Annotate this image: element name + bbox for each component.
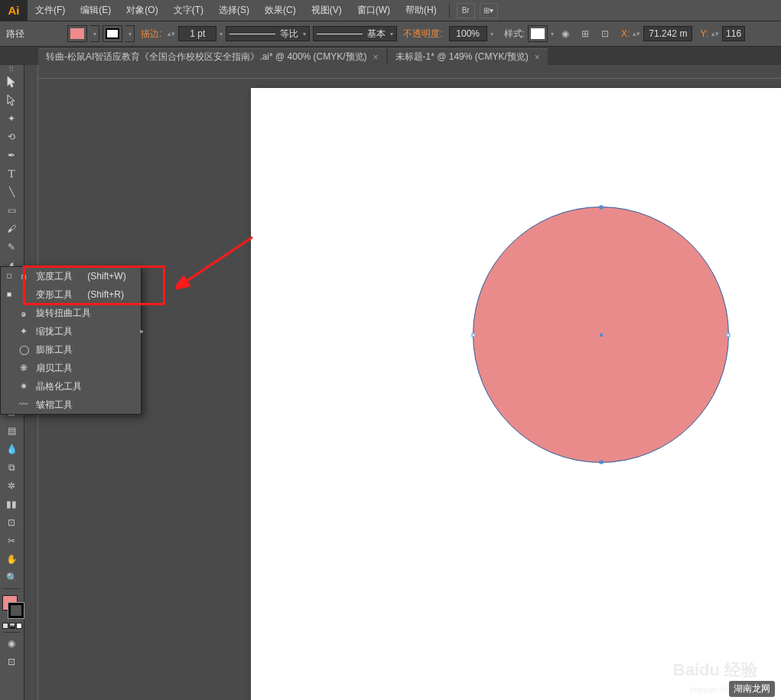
flyout-pucker-tool[interactable]: ✦缩拢工具 bbox=[1, 322, 141, 340]
tab-document-2[interactable]: 未标题-1* @ 149% (CMYK/预览)× bbox=[388, 48, 548, 65]
profile-combo[interactable]: 等比▾ bbox=[226, 26, 310, 41]
flyout-scallop-tool[interactable]: ❋扇贝工具 bbox=[1, 359, 141, 377]
magic-wand-tool[interactable]: ✦ bbox=[0, 109, 23, 128]
y-input[interactable] bbox=[722, 26, 745, 41]
zoom-tool[interactable]: 🔍 bbox=[0, 568, 23, 587]
pencil-tool[interactable]: ✎ bbox=[0, 238, 23, 256]
fill-swatch[interactable] bbox=[67, 25, 87, 42]
control-bar: 路径 ▾ ▾ 描边: ▴▾ ▾ 等比▾ 基本▾ 不透明度: ▾ 样式: ▾ ◉ … bbox=[0, 21, 781, 47]
selection-tool[interactable] bbox=[0, 73, 23, 91]
direct-selection-tool[interactable] bbox=[0, 91, 23, 109]
artboard[interactable] bbox=[251, 88, 781, 700]
flyout-tearoff-arrow[interactable]: ▸ bbox=[140, 327, 144, 335]
paintbrush-tool[interactable]: 🖌 bbox=[0, 220, 23, 238]
menubar: Ai 文件(F) 编辑(E) 对象(O) 文字(T) 选择(S) 效果(C) 视… bbox=[0, 0, 781, 21]
arrange-icon[interactable]: ⊞▾ bbox=[480, 3, 498, 18]
watermark-badge: 湖南龙网 bbox=[729, 681, 775, 697]
ruler-horizontal[interactable] bbox=[38, 65, 781, 79]
stroke-label: 描边: bbox=[141, 28, 161, 41]
menu-file[interactable]: 文件(F) bbox=[28, 0, 73, 21]
flyout-twirl-tool[interactable]: ๑旋转扭曲工具 bbox=[1, 304, 141, 322]
y-label: Y: bbox=[700, 28, 708, 39]
document-tabbar: 转曲-松鼠AI智适应教育《全国合作校校区安全指南》.ai* @ 400% (CM… bbox=[0, 47, 781, 65]
x-input[interactable] bbox=[643, 26, 692, 41]
opacity-label: 不透明度: bbox=[403, 28, 442, 41]
fill-stroke-control[interactable] bbox=[0, 594, 23, 621]
color-mode-gradient[interactable] bbox=[9, 623, 15, 629]
fill-dropdown[interactable]: ▾ bbox=[90, 25, 99, 42]
menu-object[interactable]: 对象(O) bbox=[119, 0, 165, 21]
selection-type-label: 路径 bbox=[6, 28, 24, 41]
anchor-point[interactable] bbox=[472, 333, 476, 337]
menu-effect[interactable]: 效果(C) bbox=[257, 0, 304, 21]
slice-tool[interactable]: ✂ bbox=[0, 532, 23, 550]
anchor-point[interactable] bbox=[727, 333, 731, 337]
anchor-point[interactable] bbox=[599, 461, 603, 464]
type-tool[interactable]: T bbox=[0, 164, 23, 183]
close-icon[interactable]: × bbox=[535, 52, 540, 63]
gradient-tool[interactable]: ▤ bbox=[0, 422, 23, 440]
separator bbox=[449, 4, 450, 18]
style-label: 样式: bbox=[504, 28, 525, 41]
watermark: Baidu 经验 bbox=[673, 659, 758, 682]
menu-window[interactable]: 窗口(W) bbox=[350, 0, 398, 21]
draw-normal-icon[interactable]: ◉ bbox=[0, 634, 23, 653]
artboard-tool[interactable]: ⊡ bbox=[0, 513, 23, 532]
rectangle-tool[interactable]: ▭ bbox=[0, 201, 23, 220]
recolor-icon[interactable]: ◉ bbox=[557, 25, 574, 42]
color-mode-icons bbox=[0, 621, 24, 630]
close-icon[interactable]: × bbox=[373, 52, 379, 63]
opacity-input[interactable] bbox=[449, 26, 487, 41]
hand-tool[interactable]: ✋ bbox=[0, 550, 23, 568]
center-point[interactable] bbox=[600, 334, 603, 337]
tab-document-1[interactable]: 转曲-松鼠AI智适应教育《全国合作校校区安全指南》.ai* @ 400% (CM… bbox=[38, 48, 386, 65]
menu-help[interactable]: 帮助(H) bbox=[398, 0, 444, 21]
panel-grip[interactable]: ⠿ bbox=[0, 65, 24, 73]
x-label: X: bbox=[621, 28, 630, 39]
pen-tool[interactable]: ✒ bbox=[0, 146, 23, 164]
symbol-sprayer-tool[interactable]: ✲ bbox=[0, 477, 23, 495]
menu-edit[interactable]: 编辑(E) bbox=[73, 0, 119, 21]
color-mode-none[interactable] bbox=[16, 623, 22, 629]
flyout-crystallize-tool[interactable]: ✷晶格化工具 bbox=[1, 377, 141, 396]
style-swatch[interactable] bbox=[528, 25, 548, 42]
tool-flyout-menu: ⋔宽度工具 (Shift+W) ⌇变形工具 (Shift+R) ๑旋转扭曲工具 … bbox=[0, 266, 142, 415]
anchor-point[interactable] bbox=[599, 206, 603, 210]
lasso-tool[interactable]: ⟲ bbox=[0, 128, 23, 146]
main-area: ⠿ ✦ ⟲ ✒ T ╲ ▭ 🖌 ✎ ◖ ◫ ⟳ ⤢ ⋔ ⬚ ◐ ▦ ⊞ ▤ 💧 … bbox=[0, 65, 781, 700]
stroke-weight-input[interactable] bbox=[178, 26, 216, 41]
flyout-warp-tool[interactable]: ⌇变形工具 (Shift+R) bbox=[1, 285, 141, 304]
app-logo: Ai bbox=[0, 0, 28, 21]
flyout-bloat-tool[interactable]: ◯膨胀工具 bbox=[1, 340, 141, 359]
flyout-width-tool[interactable]: ⋔宽度工具 (Shift+W) bbox=[1, 267, 141, 285]
stroke-dropdown[interactable]: ▾ bbox=[125, 25, 135, 42]
flyout-wrinkle-tool[interactable]: 〰皱褶工具 bbox=[1, 396, 141, 414]
stroke-swatch[interactable] bbox=[103, 25, 122, 42]
menu-type[interactable]: 文字(T) bbox=[166, 0, 211, 21]
screen-mode-icon[interactable]: ⊡ bbox=[0, 653, 23, 671]
line-tool[interactable]: ╲ bbox=[0, 183, 23, 201]
stroke-color-icon[interactable] bbox=[8, 603, 24, 618]
align-icon[interactable]: ⊞ bbox=[577, 25, 594, 42]
brush-combo[interactable]: 基本▾ bbox=[313, 26, 397, 41]
menu-view[interactable]: 视图(V) bbox=[304, 0, 350, 21]
column-graph-tool[interactable]: ▮▮ bbox=[0, 495, 23, 513]
bridge-icon[interactable]: Br bbox=[457, 3, 475, 18]
color-mode-solid[interactable] bbox=[2, 623, 8, 629]
blend-tool[interactable]: ⧉ bbox=[0, 458, 23, 477]
eyedropper-tool[interactable]: 💧 bbox=[0, 440, 23, 458]
transform-icon[interactable]: ⊡ bbox=[597, 25, 613, 42]
menu-select[interactable]: 选择(S) bbox=[211, 0, 257, 21]
ellipse-shape[interactable] bbox=[473, 207, 729, 463]
